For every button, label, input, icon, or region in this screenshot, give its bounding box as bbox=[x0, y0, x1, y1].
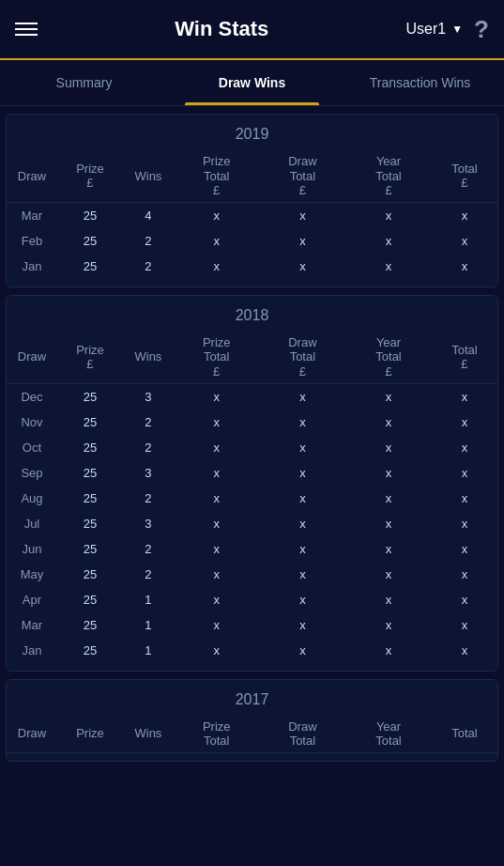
tab-bar: Summary Draw Wins Transaction Wins bbox=[0, 60, 504, 106]
cell-prize-total: x bbox=[174, 562, 260, 587]
cell-prize: 25 bbox=[57, 202, 123, 228]
cell-prize: 25 bbox=[57, 383, 123, 410]
table-row: Mar 25 4 x x x x bbox=[7, 202, 497, 228]
cell-draw: Aug bbox=[7, 486, 57, 511]
cell-draw: Sep bbox=[7, 460, 57, 486]
cell-year-total: x bbox=[345, 511, 432, 536]
cell-wins: 3 bbox=[123, 383, 174, 410]
cell-year-total: x bbox=[345, 202, 432, 228]
cell-draw: Mar bbox=[7, 612, 57, 638]
cell-prize-total: x bbox=[174, 202, 260, 228]
cell-total: x bbox=[432, 460, 497, 486]
col-header-prize-total: PrizeTotal£ bbox=[174, 332, 260, 383]
year-label-2018: 2018 bbox=[7, 296, 497, 332]
cell-draw: Jun bbox=[7, 536, 57, 562]
cell-draw: Dec bbox=[7, 383, 57, 410]
col-header-prize: Prize£ bbox=[57, 150, 123, 202]
stats-table-2018: Draw Prize£ Wins PrizeTotal£ DrawTotal£ … bbox=[7, 332, 497, 663]
help-button[interactable]: ? bbox=[474, 15, 489, 44]
menu-button[interactable] bbox=[15, 23, 38, 36]
cell-wins: 2 bbox=[123, 536, 174, 562]
table-row: Jun 25 2 x x x x bbox=[7, 536, 497, 562]
year-label-2019: 2019 bbox=[7, 115, 497, 150]
cell-draw: Jan bbox=[7, 638, 57, 663]
cell-wins: 2 bbox=[123, 410, 174, 435]
cell-draw-total: x bbox=[260, 460, 346, 486]
col-header-year-total: YearTotal bbox=[345, 716, 432, 753]
cell-year-total: x bbox=[345, 435, 432, 460]
cell-wins: 2 bbox=[123, 435, 174, 460]
cell-wins: 3 bbox=[123, 511, 174, 536]
col-header-draw: Draw bbox=[7, 150, 57, 202]
chevron-down-icon: ▼ bbox=[451, 23, 463, 36]
main-content: 2019 Draw Prize£ Wins PrizeTotal£ DrawTo… bbox=[0, 114, 504, 762]
col-header-prize: Prize£ bbox=[57, 332, 123, 383]
col-header-draw: Draw bbox=[7, 716, 57, 753]
cell-year-total: x bbox=[345, 228, 432, 254]
cell-prize: 25 bbox=[57, 435, 123, 460]
table-row: Aug 25 2 x x x x bbox=[7, 486, 497, 511]
user-selector[interactable]: User1 ▼ bbox=[406, 21, 464, 38]
table-row: Jan 25 1 x x x x bbox=[7, 638, 497, 663]
year-label-2017: 2017 bbox=[7, 680, 497, 716]
cell-wins: 1 bbox=[123, 638, 174, 663]
cell-draw-total: x bbox=[260, 435, 346, 460]
cell-prize-total: x bbox=[174, 383, 260, 410]
cell-prize-total: x bbox=[174, 254, 260, 279]
cell-draw: May bbox=[7, 562, 57, 587]
cell-total: x bbox=[432, 536, 497, 562]
cell-prize-total: x bbox=[174, 410, 260, 435]
cell-prize: 25 bbox=[57, 612, 123, 638]
tab-transaction-wins[interactable]: Transaction Wins bbox=[336, 60, 504, 105]
cell-draw: Apr bbox=[7, 587, 57, 612]
cell-prize: 25 bbox=[57, 511, 123, 536]
cell-total: x bbox=[432, 410, 497, 435]
year-section-2017: 2017 Draw Prize Wins PrizeTotal DrawTota… bbox=[6, 679, 498, 762]
table-row: Feb 25 2 x x x x bbox=[7, 228, 497, 254]
cell-prize-total: x bbox=[174, 638, 260, 663]
table-row: Dec 25 3 x x x x bbox=[7, 383, 497, 410]
cell-wins: 2 bbox=[123, 254, 174, 279]
cell-draw: Jan bbox=[7, 254, 57, 279]
cell-draw: Oct bbox=[7, 435, 57, 460]
cell-year-total: x bbox=[345, 383, 432, 410]
table-row: Mar 25 1 x x x x bbox=[7, 612, 497, 638]
cell-prize-total: x bbox=[174, 435, 260, 460]
col-header-total: Total£ bbox=[432, 332, 497, 383]
cell-draw: Mar bbox=[7, 202, 57, 228]
cell-prize: 25 bbox=[57, 254, 123, 279]
cell-total: x bbox=[432, 435, 497, 460]
cell-year-total: x bbox=[345, 587, 432, 612]
cell-total: x bbox=[432, 254, 497, 279]
cell-total: x bbox=[432, 587, 497, 612]
col-header-draw-total: DrawTotal£ bbox=[260, 332, 346, 383]
cell-total: x bbox=[432, 228, 497, 254]
col-header-prize-total: PrizeTotal bbox=[174, 716, 260, 753]
stats-table-2019: Draw Prize£ Wins PrizeTotal£ DrawTotal£ … bbox=[7, 150, 497, 279]
cell-year-total: x bbox=[345, 486, 432, 511]
cell-wins: 1 bbox=[123, 612, 174, 638]
year-section-2018: 2018 Draw Prize£ Wins PrizeTotal£ DrawTo… bbox=[6, 295, 498, 672]
tab-draw-wins[interactable]: Draw Wins bbox=[168, 60, 336, 105]
col-header-total: Total£ bbox=[432, 150, 497, 202]
cell-prize: 25 bbox=[57, 536, 123, 562]
col-header-wins: Wins bbox=[123, 150, 174, 202]
cell-wins: 4 bbox=[123, 202, 174, 228]
table-row: Jan 25 2 x x x x bbox=[7, 254, 497, 279]
cell-prize-total: x bbox=[174, 587, 260, 612]
table-row: Oct 25 2 x x x x bbox=[7, 435, 497, 460]
tab-summary[interactable]: Summary bbox=[0, 60, 168, 105]
cell-year-total: x bbox=[345, 410, 432, 435]
cell-prize: 25 bbox=[57, 410, 123, 435]
col-header-year-total: YearTotal£ bbox=[345, 150, 432, 202]
table-header: Draw Prize£ Wins PrizeTotal£ DrawTotal£ … bbox=[7, 332, 497, 383]
cell-wins: 2 bbox=[123, 562, 174, 587]
cell-total: x bbox=[432, 511, 497, 536]
table-row: Jul 25 3 x x x x bbox=[7, 511, 497, 536]
cell-draw-total: x bbox=[260, 228, 346, 254]
cell-draw-total: x bbox=[260, 511, 346, 536]
cell-wins: 2 bbox=[123, 486, 174, 511]
cell-total: x bbox=[432, 612, 497, 638]
page-title: Win Stats bbox=[38, 17, 406, 41]
table-header: Draw Prize£ Wins PrizeTotal£ DrawTotal£ … bbox=[7, 150, 497, 202]
